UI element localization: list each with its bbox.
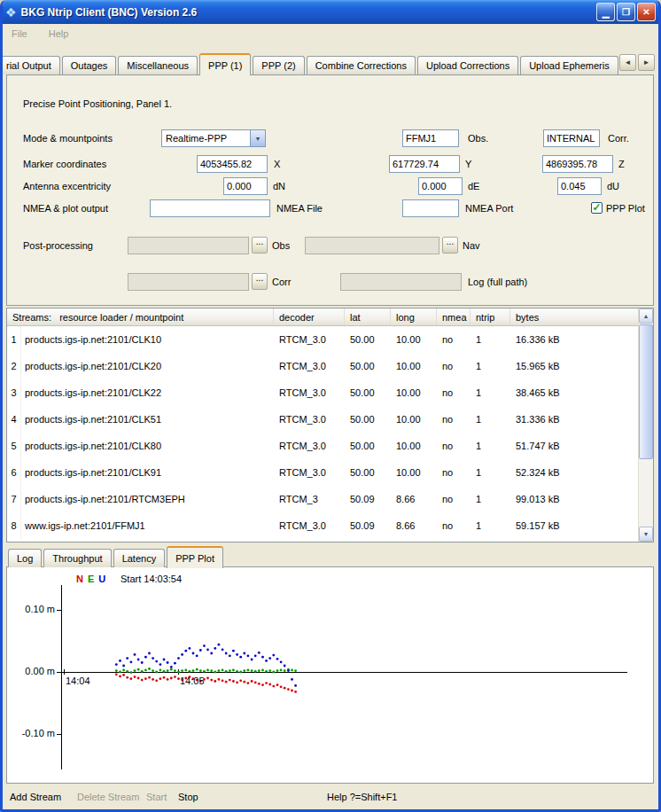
- cell-nmcell: no: [437, 379, 470, 406]
- post-nav-browse-button[interactable]: ...: [442, 237, 458, 254]
- corr-mountpoint-input[interactable]: [543, 129, 600, 147]
- tab-outages[interactable]: Outages: [62, 56, 117, 74]
- cell-latcell: 50.00: [345, 326, 391, 353]
- marker-x-input[interactable]: [197, 155, 268, 173]
- cell-latcell: 50.00: [345, 433, 391, 459]
- combo-arrow-icon[interactable]: ▼: [250, 130, 265, 146]
- antenna-dn-input[interactable]: [223, 177, 268, 195]
- menu-file[interactable]: File: [8, 27, 31, 41]
- scrollbar-thumb[interactable]: [639, 324, 653, 459]
- minimize-icon: ▁: [603, 9, 610, 18]
- tab-rial-output[interactable]: rial Output: [0, 56, 60, 74]
- streams-table: Streams: resource loader / mountpoint de…: [6, 308, 654, 543]
- mode-combobox-value: Realtime-PPP: [162, 130, 250, 146]
- tab-ppp-2[interactable]: PPP (2): [253, 56, 304, 74]
- ppp-panel: Precise Point Positioning, Panel 1. Mode…: [6, 74, 654, 306]
- cell-ntcell: 1: [470, 353, 510, 379]
- scroll-up-icon: ▲: [643, 313, 649, 319]
- stop-button[interactable]: Stop: [178, 792, 198, 802]
- tab-ppp-plot[interactable]: PPP Plot: [167, 546, 223, 568]
- legend-e: E: [88, 574, 94, 584]
- tab-scroll-right-button[interactable]: ►: [638, 54, 655, 71]
- cell-mcell: products.igs-ip.net:2101/RTCM3EPH: [21, 486, 274, 512]
- titlebar[interactable]: ❖ BKG Ntrip Client (BNC) Version 2.6 ▁ ❐…: [0, 0, 661, 24]
- scroll-up-button[interactable]: ▲: [639, 308, 653, 324]
- cell-mcell: products.igs-ip.net:2101/CLK10: [21, 326, 274, 353]
- mode-combobox[interactable]: Realtime-PPP ▼: [161, 129, 266, 147]
- streams-scrollbar[interactable]: ▲ ▼: [638, 308, 653, 542]
- stream-row[interactable]: 4products.igs-ip.net:2101/CLK51RTCM_3.05…: [7, 406, 638, 433]
- cell-ntcell: 1: [470, 459, 510, 486]
- mode-label: Mode & mountpoints: [23, 129, 113, 147]
- stream-row[interactable]: 6products.igs-ip.net:2101/CLK91RTCM_3.05…: [7, 459, 638, 486]
- cell-numcell: 7: [7, 486, 21, 512]
- antenna-du-input[interactable]: [557, 177, 602, 195]
- plot-x-tick-label: 14:04: [66, 675, 90, 686]
- cell-ntcell: 1: [470, 406, 510, 433]
- header-lat[interactable]: lat: [345, 308, 391, 325]
- cell-dcell: RTCM_3.0: [274, 512, 345, 539]
- header-long[interactable]: long: [391, 308, 437, 325]
- scroll-down-button[interactable]: ▼: [639, 527, 653, 542]
- marker-z-input[interactable]: [542, 155, 613, 173]
- nmea-file-input[interactable]: [150, 199, 270, 217]
- add-stream-button[interactable]: Add Stream: [10, 792, 61, 802]
- tab-throughput[interactable]: Throughput: [43, 549, 111, 567]
- restore-button[interactable]: ❐: [617, 3, 635, 21]
- cell-bcell: 15.965 kB: [510, 353, 638, 379]
- tab-upload-ephemeris[interactable]: Upload Ephemeris: [520, 56, 618, 74]
- delete-stream-button[interactable]: Delete Stream: [77, 792, 139, 802]
- header-mountpoint[interactable]: Streams: resource loader / mountpoint: [7, 308, 274, 325]
- cell-loncell: 10.00: [391, 379, 437, 406]
- marker-y-input[interactable]: [389, 155, 460, 173]
- post-corr-browse-button[interactable]: ...: [252, 273, 268, 290]
- post-log-label: Log (full path): [468, 273, 527, 291]
- cell-mcell: www.igs-ip.net:2101/FFMJ1: [21, 512, 274, 539]
- tab-latency[interactable]: Latency: [113, 549, 166, 567]
- tab-combine-corrections[interactable]: Combine Corrections: [307, 56, 416, 74]
- post-obs-browse-button[interactable]: ...: [252, 237, 268, 254]
- tab-scroll-left-button[interactable]: ◄: [619, 54, 636, 71]
- bottom-tabstrip: LogThroughputLatencyPPP Plot: [8, 546, 655, 567]
- start-button[interactable]: Start: [146, 792, 167, 802]
- stream-row[interactable]: 5products.igs-ip.net:2101/CLK80RTCM_3.05…: [7, 433, 638, 459]
- cell-mcell: products.igs-ip.net:2101/CLK20: [21, 353, 274, 379]
- cell-latcell: 50.00: [345, 353, 391, 379]
- cell-loncell: 10.00: [391, 433, 437, 459]
- minimize-button[interactable]: ▁: [596, 3, 615, 21]
- stream-row[interactable]: 2products.igs-ip.net:2101/CLK20RTCM_3.05…: [7, 353, 638, 379]
- header-decoder[interactable]: decoder: [274, 308, 345, 325]
- cell-latcell: 50.09: [345, 486, 391, 512]
- cell-nmcell: no: [437, 459, 470, 486]
- marker-label: Marker coordinates: [23, 155, 106, 173]
- scroll-down-icon: ▼: [643, 531, 649, 537]
- antenna-label: Antenna excentricity: [23, 177, 111, 195]
- menu-help[interactable]: Help: [45, 27, 73, 41]
- antenna-de-input[interactable]: [418, 177, 463, 195]
- tab-log[interactable]: Log: [8, 549, 42, 567]
- marker-z-label: Z: [618, 155, 625, 173]
- stream-row[interactable]: 3products.igs-ip.net:2101/CLK22RTCM_3.05…: [7, 379, 638, 406]
- statusbar: Add Stream Delete Stream Start Stop Help…: [3, 784, 658, 809]
- cell-dcell: RTCM_3.0: [274, 353, 345, 379]
- post-nav-label: Nav: [463, 237, 480, 254]
- nmea-port-input[interactable]: [402, 199, 459, 217]
- stream-row[interactable]: 7products.igs-ip.net:2101/RTCM3EPHRTCM_3…: [7, 486, 638, 512]
- ppp-plot-checkbox[interactable]: ✓: [591, 202, 603, 214]
- stream-row[interactable]: 8www.igs-ip.net:2101/FFMJ1RTCM_3.050.098…: [7, 512, 638, 539]
- header-bytes[interactable]: bytes: [510, 308, 638, 325]
- cell-mcell: products.igs-ip.net:2101/CLK51: [21, 406, 274, 433]
- tab-ppp-1[interactable]: PPP (1): [199, 53, 251, 75]
- post-obs-input: [128, 237, 249, 254]
- tab-miscellaneous[interactable]: Miscellaneous: [118, 56, 198, 74]
- header-nmea[interactable]: nmea: [437, 308, 470, 325]
- obs-mountpoint-input[interactable]: [402, 129, 459, 147]
- app-window: ❖ BKG Ntrip Client (BNC) Version 2.6 ▁ ❐…: [0, 0, 661, 812]
- header-ntrip[interactable]: ntrip: [470, 308, 510, 325]
- tab-upload-corrections[interactable]: Upload Corrections: [417, 56, 518, 74]
- cell-latcell: 50.00: [345, 379, 391, 406]
- close-button[interactable]: ✕: [637, 3, 656, 21]
- cell-numcell: 5: [7, 433, 21, 459]
- stream-row[interactable]: 1products.igs-ip.net:2101/CLK10RTCM_3.05…: [7, 326, 638, 353]
- corr-label: Corr.: [608, 129, 629, 147]
